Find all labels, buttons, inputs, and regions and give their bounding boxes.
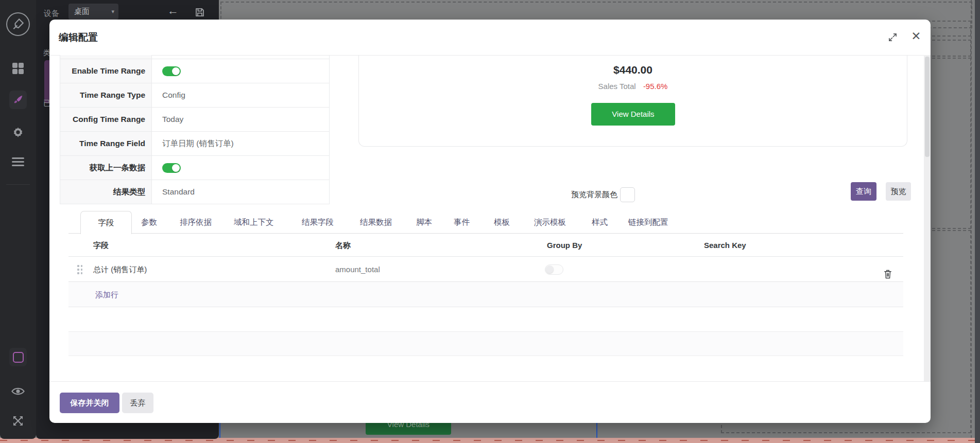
edit-config-modal: 编辑配置 ✕ Enable Time Range Time Range Type… (49, 20, 931, 423)
metric-label: Sales Total (598, 82, 636, 91)
table-row: 总计 (销售订单) amount_total (68, 257, 903, 282)
tab-demo-template[interactable]: 演示模板 (534, 211, 566, 233)
bottom-accent-dashes (0, 440, 980, 441)
add-row[interactable]: 添加行 (68, 282, 903, 307)
trash-icon[interactable] (883, 264, 893, 275)
empty-row (68, 332, 903, 356)
canvas-grid-line (971, 0, 972, 438)
tab-script[interactable]: 脚本 (416, 211, 432, 233)
field-label: 结果类型 (60, 180, 152, 204)
app-sidebar (0, 0, 36, 439)
save-and-close-button[interactable]: 保存并关闭 (60, 393, 119, 413)
preview-view-details-button[interactable]: View Details (591, 103, 675, 126)
form-row-partial (60, 55, 329, 59)
modal-close-icon[interactable]: ✕ (909, 29, 923, 43)
device-label: 设备 (44, 9, 59, 19)
tab-link-to-config[interactable]: 链接到配置 (628, 211, 668, 233)
app-logo-pen-icon[interactable] (6, 12, 30, 36)
group-by-toggle[interactable] (545, 264, 563, 275)
form-row-result-type: 结果类型 Standard (60, 180, 329, 204)
tab-template[interactable]: 模板 (494, 211, 510, 233)
tab-sort[interactable]: 排序依据 (180, 211, 212, 233)
tab-result-data[interactable]: 结果数据 (360, 211, 392, 233)
add-row-link[interactable]: 添加行 (95, 282, 118, 307)
row-name-value[interactable]: amount_total (335, 257, 380, 282)
selection-line (596, 422, 597, 438)
modal-expand-icon[interactable] (888, 32, 898, 43)
form-row-config-time-range: Config Time Range Today (60, 108, 329, 132)
preview-button[interactable]: 预览 (886, 182, 911, 201)
fields-table: 字段 名称 Group By Search Key 总计 (销售订单) amou… (68, 234, 903, 356)
modal-scrollbar-thumb[interactable] (925, 57, 930, 157)
tab-events[interactable]: 事件 (454, 211, 470, 233)
save-floppy-icon[interactable] (195, 7, 205, 20)
form-row-fetch-previous: 获取上一条数据 (60, 156, 329, 180)
field-label: Enable Time Range (60, 59, 152, 83)
col-header-name: 名称 (335, 234, 351, 257)
time-range-type-select[interactable]: Config (152, 83, 329, 108)
form-row-time-range-type: Time Range Type Config (60, 83, 329, 108)
modal-title: 编辑配置 (59, 31, 98, 44)
preview-amount: $440.00 (359, 64, 907, 76)
sidebar-divider (6, 184, 30, 185)
time-range-field-select[interactable]: 订单日期 (销售订单) (152, 132, 329, 156)
config-time-range-select[interactable]: Today (152, 108, 329, 132)
tab-domain-context[interactable]: 域和上下文 (234, 211, 274, 233)
col-header-group-by: Group By (547, 234, 582, 257)
col-header-field: 字段 (93, 234, 109, 257)
page-scrollbar[interactable] (975, 0, 980, 443)
device-select[interactable]: 桌面 ▾ (68, 4, 118, 20)
settings-gear-icon[interactable] (12, 127, 24, 140)
chevron-down-icon: ▾ (111, 8, 118, 15)
tab-style[interactable]: 样式 (592, 211, 608, 233)
field-label: Config Time Range (60, 108, 152, 132)
field-label: Time Range Field (60, 132, 152, 156)
fetch-previous-toggle[interactable] (162, 163, 181, 173)
config-form-table: Enable Time Range Time Range Type Config… (60, 55, 330, 204)
tab-result-fields[interactable]: 结果字段 (302, 211, 334, 233)
preview-metric: Sales Total -95.6% (359, 82, 907, 91)
frame-select-icon[interactable] (9, 348, 27, 366)
preview-eye-icon[interactable] (11, 387, 25, 398)
menu-hamburger-icon[interactable] (12, 157, 24, 166)
preview-bg-color-label: 预览背景颜色 (514, 187, 617, 202)
preview-bg-color-swatch[interactable] (620, 187, 635, 202)
field-label: 获取上一条数据 (60, 156, 152, 180)
dashboard-grid-icon[interactable] (12, 63, 24, 74)
selection-line (219, 422, 220, 438)
result-type-select[interactable]: Standard (152, 180, 329, 204)
widget-preview-card: $440.00 Sales Total -95.6% View Details (358, 55, 907, 147)
modal-footer-divider (49, 381, 931, 382)
back-arrow-icon[interactable]: ← (167, 4, 179, 17)
metric-change: -95.6% (643, 82, 668, 91)
empty-row (68, 307, 903, 332)
row-field-value[interactable]: 总计 (销售订单) (93, 257, 147, 282)
tab-params[interactable]: 参数 (141, 211, 157, 233)
drag-handle[interactable] (77, 265, 83, 274)
discard-button[interactable]: 丢弃 (122, 393, 153, 413)
form-row-time-range-field: Time Range Field 订单日期 (销售订单) (60, 132, 329, 156)
fields-table-header: 字段 名称 Group By Search Key (68, 234, 903, 257)
theme-brush-icon[interactable] (9, 91, 27, 109)
col-header-search-key: Search Key (704, 234, 746, 257)
enable-time-range-toggle[interactable] (162, 66, 181, 76)
tab-fields[interactable]: 字段 (80, 211, 132, 234)
device-select-value: 桌面 (68, 7, 111, 16)
form-row-enable-time-range: Enable Time Range (60, 59, 329, 83)
app-screen: View Details 类 已 设备 桌面 (0, 0, 980, 443)
query-button[interactable]: 查询 (851, 182, 876, 201)
fullscreen-expand-icon[interactable] (12, 415, 24, 429)
field-label: Time Range Type (60, 83, 152, 108)
